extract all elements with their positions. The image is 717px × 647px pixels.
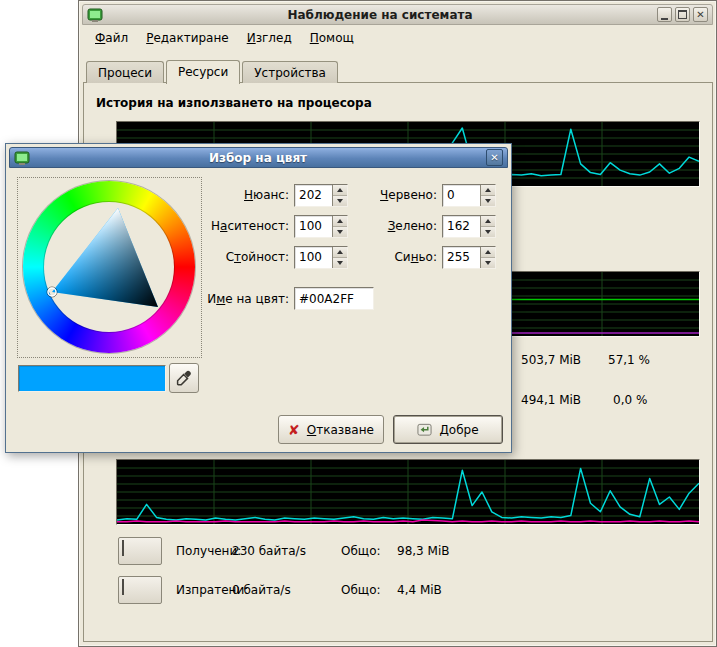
ok-icon [417, 422, 432, 437]
minimize-icon [661, 18, 668, 20]
received-total-label: Общо: [341, 544, 381, 558]
cancel-button[interactable]: ✘ Отказване [278, 415, 384, 444]
cancel-button-label: Отказване [307, 423, 374, 437]
swap-percent: 0,0 % [613, 393, 647, 407]
spin-up-icon[interactable] [481, 216, 495, 226]
maximize-icon [678, 10, 687, 19]
spin-down-icon[interactable] [481, 195, 495, 206]
maximize-button[interactable] [675, 7, 690, 22]
color-wheel[interactable] [17, 177, 202, 358]
value-spinner[interactable]: 100 [294, 246, 348, 269]
blue-label: Синьо: [356, 250, 437, 264]
spin-down-icon[interactable] [333, 195, 347, 206]
blue-spinner[interactable]: 255 [442, 246, 496, 269]
received-total: 98,3 MiB [397, 544, 449, 558]
swap-value: 494,1 MiB [521, 393, 581, 407]
menu-view[interactable]: Изглед [238, 28, 301, 50]
close-button[interactable]: ✕ [693, 7, 708, 22]
sent-color-button[interactable] [118, 576, 162, 604]
color-picker-dialog: Избор на цвят ✕ [5, 143, 512, 453]
tab-devices[interactable]: Устройства [242, 61, 338, 83]
close-icon: ✕ [490, 152, 498, 163]
saturation-label: Наситеност: [156, 219, 289, 233]
spin-down-icon[interactable] [333, 257, 347, 268]
dialog-close-button[interactable]: ✕ [486, 149, 503, 166]
dialog-titlebar[interactable]: Избор на цвят ✕ [9, 147, 508, 168]
hue-label: Нюанс: [156, 188, 289, 202]
green-value[interactable]: 162 [447, 219, 470, 233]
saturation-spinner[interactable]: 100 [294, 215, 348, 238]
red-label: Червено: [356, 188, 437, 202]
spin-up-icon[interactable] [333, 185, 347, 195]
close-icon: ✕ [696, 10, 704, 20]
menubar: Файл Редактиране Изглед Помощ [86, 28, 709, 50]
minimize-button[interactable] [657, 7, 672, 22]
app-icon [14, 150, 30, 166]
network-history-chart [116, 459, 700, 525]
cancel-icon: ✘ [288, 423, 300, 437]
dialog-title: Избор на цвят [34, 151, 482, 165]
ok-button-label: Добре [439, 423, 478, 437]
menu-file[interactable]: Файл [86, 28, 137, 50]
main-titlebar[interactable]: Наблюдение на системата ✕ [82, 4, 713, 25]
sent-rate: 0 байта/s [232, 583, 291, 597]
green-label: Зелено: [356, 219, 437, 233]
color-name-label: Име на цвят: [156, 292, 289, 306]
memory-value: 503,7 MiB [521, 353, 581, 367]
tab-resources[interactable]: Ресурси [166, 60, 240, 84]
eyedropper-button[interactable] [169, 363, 199, 393]
red-spinner[interactable]: 0 [442, 184, 496, 207]
received-color-swatch [122, 540, 124, 556]
received-color-button[interactable] [118, 537, 162, 565]
green-spinner[interactable]: 162 [442, 215, 496, 238]
cpu-history-heading: История на използването на процесора [96, 96, 372, 110]
received-rate: 230 байта/s [232, 544, 306, 558]
value-label: Стойност: [156, 250, 289, 264]
saturation-value-triangle[interactable] [18, 178, 201, 357]
menu-edit[interactable]: Редактиране [137, 28, 238, 50]
eyedropper-icon [176, 370, 192, 386]
spin-up-icon[interactable] [333, 247, 347, 257]
hue-spinner[interactable]: 202 [294, 184, 348, 207]
tabstrip: Процеси Ресурси Устройства [86, 56, 340, 83]
red-value[interactable]: 0 [447, 188, 455, 202]
color-preview [18, 365, 166, 392]
sent-total: 4,4 MiB [397, 583, 442, 597]
memory-percent: 57,1 % [608, 353, 650, 367]
menu-help[interactable]: Помощ [301, 28, 363, 50]
sent-total-label: Общо: [341, 583, 381, 597]
spin-up-icon[interactable] [333, 216, 347, 226]
spin-down-icon[interactable] [481, 226, 495, 237]
sent-color-swatch [122, 579, 124, 595]
color-name-input[interactable] [294, 287, 374, 310]
value-value[interactable]: 100 [299, 250, 322, 264]
blue-value[interactable]: 255 [447, 250, 470, 264]
main-window-title: Наблюдение на системата [107, 8, 653, 22]
spin-up-icon[interactable] [481, 185, 495, 195]
spin-up-icon[interactable] [481, 247, 495, 257]
saturation-value[interactable]: 100 [299, 219, 322, 233]
app-icon [87, 7, 103, 23]
ok-button[interactable]: Добре [393, 415, 503, 444]
tab-processes[interactable]: Процеси [86, 61, 164, 83]
hue-value[interactable]: 202 [299, 188, 322, 202]
spin-down-icon[interactable] [481, 257, 495, 268]
spin-down-icon[interactable] [333, 226, 347, 237]
